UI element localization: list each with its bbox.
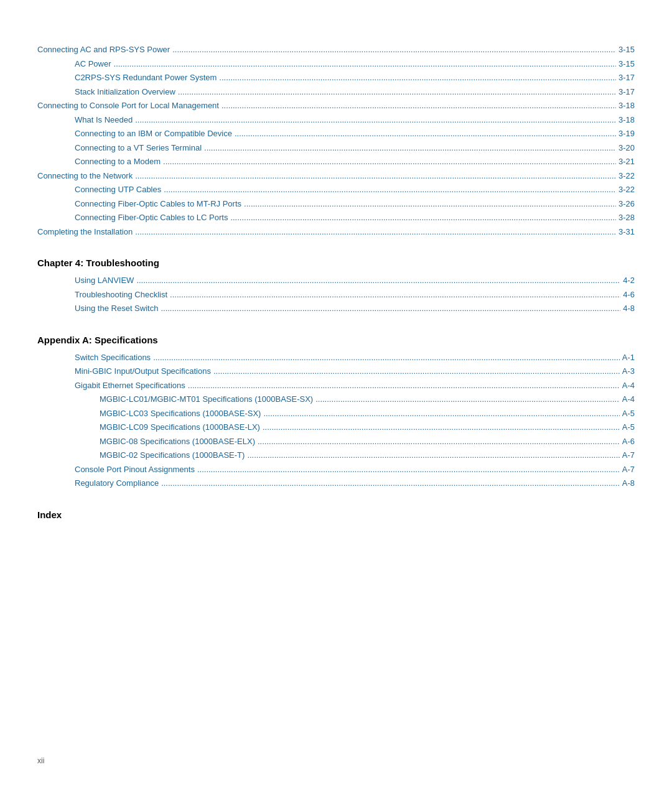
footer: xii [37, 756, 44, 765]
toc-entry-label[interactable]: Connecting to Console Port for Local Man… [37, 100, 219, 112]
toc-dots [204, 142, 616, 154]
toc-entry[interactable]: Console Port Pinout AssignmentsA-7 [37, 463, 635, 476]
toc-entry-label[interactable]: Connecting Fiber-Optic Cables to LC Port… [75, 211, 228, 224]
toc-entry-page: A-4 [622, 393, 635, 406]
section-header: Appendix A: Specifications [37, 335, 635, 345]
toc-dots [235, 128, 616, 140]
toc-entry-page: 3-17 [618, 72, 635, 84]
toc-dots [197, 463, 620, 476]
toc-entry-label[interactable]: Using LANVIEW [75, 274, 134, 287]
toc-dots [188, 379, 620, 392]
toc-entry[interactable]: Connecting to the Network3-22 [37, 170, 635, 182]
toc-entry-label[interactable]: Regulatory Compliance [75, 477, 159, 490]
toc-entry-page: 3-18 [618, 100, 635, 112]
toc-dots [114, 58, 616, 70]
toc-entry-page: 3-26 [618, 198, 635, 210]
toc-entry[interactable]: Connecting Fiber-Optic Cables to LC Port… [37, 211, 635, 224]
section-header-label: Chapter 4: Troubleshooting [37, 258, 159, 268]
toc-dots [136, 274, 620, 287]
toc-entry-label[interactable]: MGBIC-08 Specifications (1000BASE-ELX) [100, 435, 255, 448]
toc-entry-label[interactable]: C2RPS-SYS Redundant Power System [75, 72, 217, 84]
toc-entry-label[interactable]: Using the Reset Switch [75, 302, 158, 315]
toc-entry[interactable]: Connecting to a Modem3-21 [37, 156, 635, 168]
toc-dots [247, 449, 619, 462]
toc-entry-page: 3-22 [618, 170, 635, 182]
toc-dots [258, 435, 620, 448]
toc-entry-page: A-5 [622, 407, 635, 420]
toc-entry-label[interactable]: What Is Needed [75, 114, 133, 126]
toc-entry-page: A-1 [622, 351, 635, 364]
toc-entry[interactable]: Connecting to an IBM or Compatible Devic… [37, 128, 635, 140]
toc-entry[interactable]: Stack Initialization Overview3-17 [37, 86, 635, 98]
toc-entry-page: A-4 [622, 379, 635, 392]
toc-entry-page: A-6 [622, 435, 635, 448]
toc-entry-page: A-3 [622, 365, 635, 378]
toc-dots [263, 421, 620, 434]
toc-entry-label[interactable]: MGBIC-02 Specifications (1000BASE-T) [100, 449, 245, 462]
toc-entry-page: 3-21 [618, 156, 635, 168]
toc-dots [178, 86, 616, 98]
toc-entry[interactable]: Connecting to Console Port for Local Man… [37, 100, 635, 112]
footer-page-number: xii [37, 756, 44, 765]
toc-entry[interactable]: Troubleshooting Checklist4-6 [37, 289, 635, 301]
toc-entry[interactable]: MGBIC-08 Specifications (1000BASE-ELX)A-… [37, 435, 635, 448]
toc-entry-page: A-7 [622, 463, 635, 476]
toc-entry-page: 3-18 [618, 114, 635, 126]
toc-entry-page: A-8 [622, 477, 635, 490]
toc-entry[interactable]: C2RPS-SYS Redundant Power System3-17 [37, 72, 635, 84]
toc-entry-label[interactable]: Mini-GBIC Input/Output Specifications [75, 365, 211, 378]
toc-entry-label[interactable]: MGBIC-LC09 Specifications (1000BASE-LX) [100, 421, 260, 434]
toc-entry-label[interactable]: MGBIC-LC03 Specifications (1000BASE-SX) [100, 407, 261, 420]
section-header: Index [37, 509, 635, 520]
toc-dots [161, 302, 620, 315]
toc-entry-label[interactable]: Troubleshooting Checklist [75, 289, 167, 301]
toc-entry-page: A-5 [622, 421, 635, 434]
toc-entry[interactable]: Connecting UTP Cables3-22 [37, 184, 635, 196]
toc-entry-label[interactable]: Completing the Installation [37, 226, 133, 238]
toc-entry-label[interactable]: Connecting UTP Cables [75, 184, 161, 196]
toc-dots [135, 114, 616, 126]
toc-entry[interactable]: Using the Reset Switch4-8 [37, 302, 635, 315]
toc-dots [153, 351, 620, 364]
toc-entry-label[interactable]: Connecting to a Modem [75, 156, 161, 168]
toc-entry[interactable]: MGBIC-LC03 Specifications (1000BASE-SX)A… [37, 407, 635, 420]
toc-dots [163, 156, 616, 168]
toc-entry-page: 3-22 [618, 184, 635, 196]
toc-entry-page: 3-15 [618, 44, 635, 56]
toc-entry[interactable]: Using LANVIEW4-2 [37, 274, 635, 287]
toc-entry-label[interactable]: Gigabit Ethernet Specifications [75, 379, 185, 392]
toc-entry-label[interactable]: MGBIC-LC01/MGBIC-MT01 Specifications (10… [100, 393, 313, 406]
toc-entry[interactable]: Completing the Installation3-31 [37, 226, 635, 238]
toc-entry-label[interactable]: Switch Specifications [75, 351, 151, 364]
toc-entry[interactable]: MGBIC-02 Specifications (1000BASE-T)A-7 [37, 449, 635, 462]
toc-entry[interactable]: Connecting Fiber-Optic Cables to MT-RJ P… [37, 198, 635, 210]
toc-entry[interactable]: AC Power3-15 [37, 58, 635, 70]
toc-entry-label[interactable]: AC Power [75, 58, 111, 70]
toc-dots [172, 44, 616, 56]
toc-entry[interactable]: Switch SpecificationsA-1 [37, 351, 635, 364]
toc-dots [230, 211, 616, 224]
toc-dots [315, 393, 620, 406]
toc-entry[interactable]: Connecting AC and RPS-SYS Power3-15 [37, 44, 635, 56]
toc-entry[interactable]: MGBIC-LC01/MGBIC-MT01 Specifications (10… [37, 393, 635, 406]
toc-entry-label[interactable]: Connecting to an IBM or Compatible Devic… [75, 128, 232, 140]
toc-dots [161, 477, 620, 490]
toc-entry[interactable]: Connecting to a VT Series Terminal3-20 [37, 142, 635, 154]
toc-entry[interactable]: Gigabit Ethernet SpecificationsA-4 [37, 379, 635, 392]
toc-entry-label[interactable]: Connecting Fiber-Optic Cables to MT-RJ P… [75, 198, 241, 210]
toc-entry-page: 4-6 [623, 289, 635, 301]
toc-entry[interactable]: Regulatory ComplianceA-8 [37, 477, 635, 490]
toc-entry-label[interactable]: Connecting to the Network [37, 170, 133, 182]
toc-entry-label[interactable]: Stack Initialization Overview [75, 86, 175, 98]
toc-entry-label[interactable]: Connecting to a VT Series Terminal [75, 142, 202, 154]
toc-entry-label[interactable]: Connecting AC and RPS-SYS Power [37, 44, 170, 56]
toc-entry-page: 4-2 [623, 274, 635, 287]
toc-entry-page: 3-28 [618, 211, 635, 224]
toc-entry-label[interactable]: Console Port Pinout Assignments [75, 463, 195, 476]
section-header: Chapter 4: Troubleshooting [37, 258, 635, 268]
toc-dots [263, 407, 619, 420]
toc-entry[interactable]: MGBIC-LC09 Specifications (1000BASE-LX)A… [37, 421, 635, 434]
toc-entry[interactable]: What Is Needed3-18 [37, 114, 635, 126]
toc-entry[interactable]: Mini-GBIC Input/Output SpecificationsA-3 [37, 365, 635, 378]
toc-entry-page: 3-15 [618, 58, 635, 70]
